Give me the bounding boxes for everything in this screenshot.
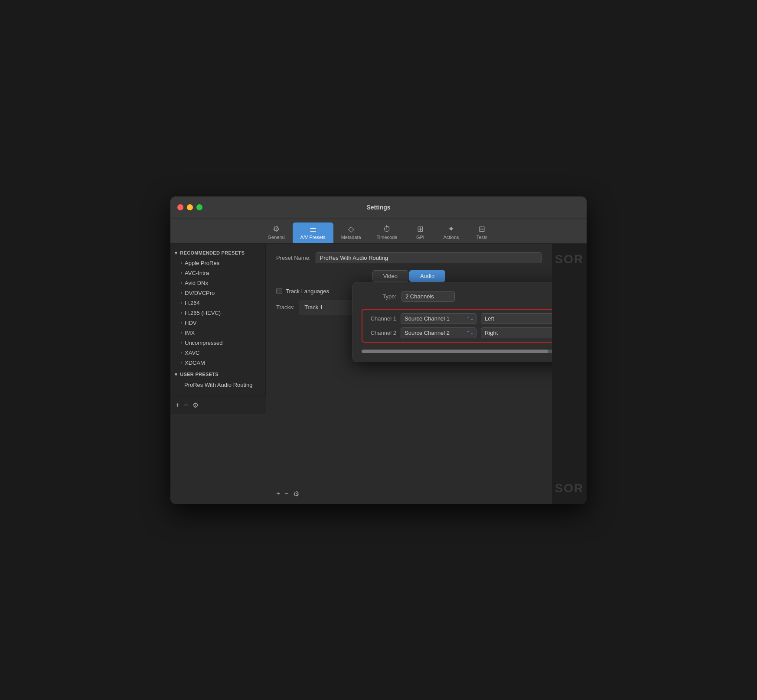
channel-rows-highlight: Channel 1 Source Channel 1Source Channel… (362, 309, 552, 343)
sidebar-item-label: HDV (185, 320, 196, 326)
content-bottom-actions: + − ⚙ (276, 490, 299, 498)
channel-2-output-wrapper: LeftRightCenterLFELsRs (481, 327, 552, 338)
sor-logo-top: SOR (555, 252, 584, 266)
sidebar-item-label: Avid DNx (185, 280, 208, 286)
sor-logo-bottom: SOR (555, 481, 584, 495)
recommended-section-header[interactable]: ▾ RECOMMENDED PRESETS (170, 248, 265, 258)
window-title: Settings (366, 204, 390, 211)
sidebar-item-avid-dnx[interactable]: › Avid DNx (170, 278, 265, 288)
type-label: Type: (362, 293, 396, 300)
panel-scrollbar-thumb[interactable] (362, 350, 548, 353)
recommended-chevron-icon: ▾ (175, 250, 177, 256)
timecode-label: Timecode (377, 235, 398, 240)
user-section-header[interactable]: ▾ USER PRESETS (170, 370, 265, 379)
sidebar-item-label: H.264 (185, 300, 200, 306)
remove-preset-button[interactable]: − (184, 401, 188, 409)
preset-settings-button[interactable]: ⚙ (193, 401, 199, 409)
sidebar-item-label: Uncompressed (185, 340, 222, 346)
chevron-right-icon: › (181, 281, 182, 285)
general-label: General (268, 235, 284, 240)
content-area: Preset Name: Video Audio Track Languages… (266, 244, 552, 504)
chevron-right-icon: › (181, 271, 182, 275)
chevron-right-icon: › (181, 321, 182, 325)
channel-1-source-select[interactable]: Source Channel 1Source Channel 2Source C… (401, 313, 476, 324)
type-select[interactable]: 1 Channel (Mono)2 Channels4 Channels6 Ch… (401, 291, 455, 302)
timecode-icon: ⏱ (383, 225, 391, 233)
tab-gpi[interactable]: ⊞ GPI (405, 222, 435, 243)
gpi-icon: ⊞ (417, 225, 424, 233)
av-presets-icon: ⚌ (310, 225, 317, 233)
metadata-icon: ◇ (348, 225, 354, 233)
recommended-section-label: RECOMMENDED PRESETS (180, 250, 245, 255)
general-icon: ⚙ (273, 225, 280, 233)
chevron-right-icon: › (181, 311, 182, 315)
sidebar-container: ▾ RECOMMENDED PRESETS › Apple ProRes › A… (170, 244, 266, 504)
toolbar: ⚙ General ⚌ A/V Presets ◇ Metadata ⏱ Tim… (170, 219, 587, 244)
sidebar-item-hdv[interactable]: › HDV (170, 318, 265, 328)
metadata-label: Metadata (341, 235, 361, 240)
channel-2-source-select[interactable]: Source Channel 1Source Channel 2Source C… (401, 327, 476, 338)
chevron-right-icon: › (181, 360, 182, 365)
add-track-button[interactable]: + (276, 490, 280, 498)
minimize-button[interactable] (187, 204, 193, 210)
sidebar-item-dv-dvcpro[interactable]: › DV/DVCPro (170, 288, 265, 298)
track-languages-checkbox[interactable] (276, 288, 282, 294)
sidebar-item-h264[interactable]: › H.264 (170, 298, 265, 308)
sidebar-item-xavc[interactable]: › XAVC (170, 348, 265, 358)
remove-track-button[interactable]: − (284, 490, 288, 498)
channel-1-output-select[interactable]: LeftRightCenterLFELsRs (481, 313, 552, 324)
sidebar-item-label: IMX (185, 330, 195, 336)
sidebar-item-uncompressed[interactable]: › Uncompressed (170, 338, 265, 348)
channel-1-label: Channel 1 (366, 315, 396, 322)
av-presets-label: A/V Presets (300, 235, 326, 240)
tab-tests[interactable]: ⊟ Tests (467, 222, 497, 243)
settings-window: Settings ⚙ General ⚌ A/V Presets ◇ Metad… (170, 196, 587, 504)
zoom-button[interactable] (196, 204, 202, 210)
tests-label: Tests (476, 235, 488, 240)
tab-actions[interactable]: ✦ Actions (435, 222, 467, 243)
tests-icon: ⊟ (479, 225, 485, 233)
preset-name-row: Preset Name: (276, 252, 542, 263)
tracks-label: Tracks: (276, 304, 294, 311)
channel-1-output-wrapper: LeftRightCenterLFELsRs (481, 313, 552, 324)
panel-scrollbar[interactable] (362, 350, 552, 353)
sidebar-item-prores-audio[interactable]: ProRes With Audio Routing (170, 379, 265, 390)
sidebar-item-h265[interactable]: › H.265 (HEVC) (170, 308, 265, 318)
main-content: ▾ RECOMMENDED PRESETS › Apple ProRes › A… (170, 244, 587, 504)
sidebar-item-xdcam[interactable]: › XDCAM (170, 358, 265, 368)
video-audio-tabs: Video Audio (276, 270, 542, 282)
channel-2-output-select[interactable]: LeftRightCenterLFELsRs (481, 327, 552, 338)
sidebar-item-avc-intra[interactable]: › AVC-Intra (170, 268, 265, 278)
traffic-lights (177, 204, 202, 210)
track-languages-label: Track Languages (286, 288, 329, 294)
audio-tab[interactable]: Audio (409, 270, 445, 282)
close-button[interactable] (177, 204, 183, 210)
channel-2-label: Channel 2 (366, 330, 396, 336)
video-tab[interactable]: Video (372, 270, 408, 282)
user-section-label: USER PRESETS (180, 372, 219, 377)
type-row: Type: 1 Channel (Mono)2 Channels4 Channe… (362, 291, 552, 302)
add-preset-button[interactable]: + (176, 401, 179, 409)
actions-label: Actions (443, 235, 459, 240)
sidebar: ▾ RECOMMENDED PRESETS › Apple ProRes › A… (170, 244, 266, 396)
tab-av-presets[interactable]: ⚌ A/V Presets (293, 222, 333, 243)
chevron-right-icon: › (181, 261, 182, 265)
tab-general[interactable]: ⚙ General (260, 222, 292, 243)
channel-2-source-wrapper: Source Channel 1Source Channel 2Source C… (401, 327, 476, 338)
preset-name-label: Preset Name: (276, 255, 310, 261)
track-settings-button[interactable]: ⚙ (293, 490, 299, 498)
type-select-wrapper: 1 Channel (Mono)2 Channels4 Channels6 Ch… (401, 291, 552, 302)
preset-name-input[interactable] (316, 252, 542, 263)
sidebar-item-imx[interactable]: › IMX (170, 328, 265, 338)
user-section: ▾ USER PRESETS ProRes With Audio Routing (170, 370, 265, 390)
chevron-right-icon: › (181, 340, 182, 345)
floating-channel-panel: Type: 1 Channel (Mono)2 Channels4 Channe… (352, 282, 552, 362)
sidebar-item-label: Apple ProRes (185, 260, 219, 266)
tab-metadata[interactable]: ◇ Metadata (333, 222, 369, 243)
chevron-right-icon: › (181, 301, 182, 305)
sidebar-item-label: AVC-Intra (185, 270, 209, 276)
chevron-right-icon: › (181, 350, 182, 355)
tab-timecode[interactable]: ⏱ Timecode (369, 222, 405, 243)
user-chevron-icon: ▾ (175, 372, 177, 377)
sidebar-item-apple-prores[interactable]: › Apple ProRes (170, 258, 265, 268)
